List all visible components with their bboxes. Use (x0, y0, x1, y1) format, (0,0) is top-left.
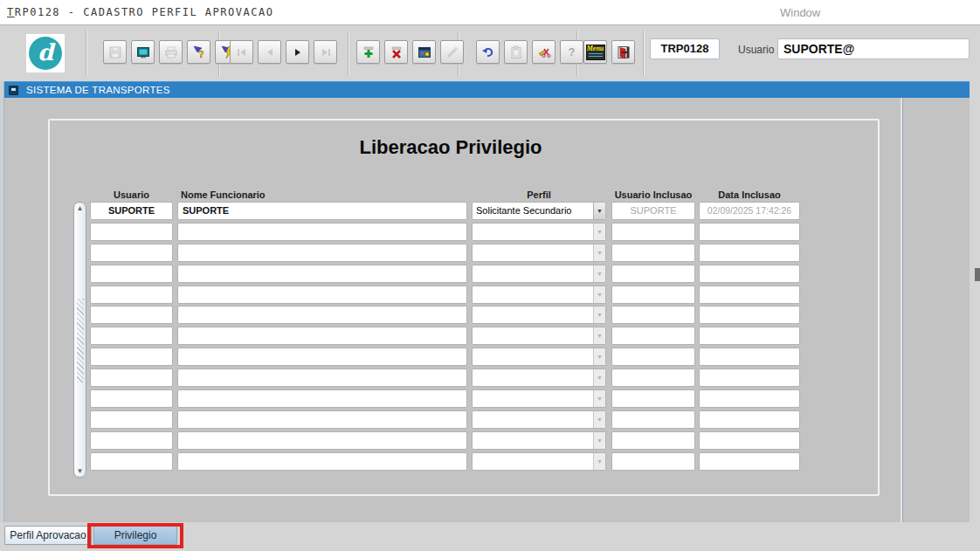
window-edge-mark (975, 268, 980, 281)
perfil-select[interactable]: ▼ (472, 389, 606, 408)
nome-funcionario-cell[interactable] (177, 368, 467, 387)
nome-funcionario-cell[interactable] (177, 348, 467, 366)
program-code-field[interactable]: TRP0128 (650, 38, 720, 59)
perfil-select[interactable]: ▼ (472, 410, 606, 429)
usuario-cell[interactable] (90, 223, 173, 241)
cut-button[interactable] (532, 40, 556, 64)
enter-query-icon: ? (192, 45, 206, 59)
chevron-down-icon[interactable]: ▼ (593, 411, 605, 428)
nome-funcionario-cell[interactable] (177, 327, 467, 345)
usuario-cell[interactable] (90, 286, 173, 304)
cut-hand-icon (537, 45, 551, 59)
grid-scrollbar[interactable]: ▲ ▼ (73, 202, 86, 478)
window-icon (9, 86, 18, 95)
screen-button[interactable] (131, 40, 155, 64)
perfil-value (473, 390, 593, 407)
paste-button[interactable] (504, 40, 528, 64)
chevron-down-icon[interactable]: ▼ (593, 369, 605, 386)
monitor-icon (136, 45, 150, 59)
user-field[interactable]: SUPORTE@ (777, 38, 970, 59)
chevron-down-icon[interactable]: ▼ (593, 265, 605, 282)
tab-privilegio[interactable]: Privilegio (93, 526, 177, 545)
usuario-inclusao-cell (611, 306, 695, 324)
perfil-select[interactable]: ▼ (472, 348, 606, 366)
save-button[interactable] (103, 40, 127, 64)
delete-record-button[interactable] (384, 40, 408, 64)
usuario-cell[interactable] (90, 244, 173, 262)
previous-record-button[interactable] (258, 40, 281, 64)
undo-button[interactable] (476, 40, 500, 64)
chevron-down-icon[interactable]: ▼ (593, 286, 605, 303)
usuario-cell[interactable]: SUPORTE (90, 202, 173, 220)
next-record-button[interactable] (286, 40, 309, 64)
chevron-down-icon[interactable]: ▼ (593, 453, 605, 470)
data-inclusao-cell (699, 368, 800, 387)
perfil-select[interactable]: ▼ (472, 431, 606, 450)
nome-funcionario-cell[interactable] (177, 265, 467, 283)
chevron-down-icon[interactable]: ▼ (593, 224, 605, 240)
printer-icon (164, 45, 178, 59)
usuario-inclusao-cell (611, 265, 695, 283)
tab-perfil-aprovacao[interactable]: Perfil Aprovacao (4, 526, 92, 545)
perfil-select[interactable]: ▼ (472, 452, 606, 471)
perfil-select[interactable]: ▼ (472, 286, 606, 304)
edit-record-button[interactable] (412, 40, 436, 64)
chevron-down-icon[interactable]: ▼ (593, 203, 605, 219)
perfil-select[interactable]: ▼ (472, 265, 606, 283)
print-button[interactable] (159, 40, 183, 64)
clear-record-button[interactable] (440, 40, 464, 64)
perfil-select[interactable]: Solicitante Secundario▼ (472, 202, 606, 220)
scrollbar-down-arrow-icon[interactable]: ▼ (74, 467, 86, 475)
usuario-cell[interactable] (90, 327, 173, 345)
perfil-select[interactable]: ▼ (472, 368, 606, 387)
nome-funcionario-cell[interactable] (177, 410, 467, 429)
perfil-select[interactable]: ▼ (472, 244, 606, 262)
table-row: ▼ (90, 348, 800, 366)
chevron-down-icon[interactable]: ▼ (593, 348, 605, 365)
chevron-down-icon[interactable]: ▼ (593, 245, 605, 261)
nome-funcionario-cell[interactable] (177, 389, 467, 408)
usuario-cell[interactable] (90, 389, 173, 408)
data-inclusao-cell (699, 452, 800, 471)
exit-button[interactable] (611, 40, 635, 64)
usuario-cell[interactable] (90, 410, 173, 429)
scrollbar-grip[interactable] (77, 299, 84, 382)
data-inclusao-cell (699, 286, 800, 304)
table-row: ▼ (90, 389, 800, 408)
chevron-down-icon[interactable]: ▼ (593, 432, 605, 449)
nome-funcionario-cell[interactable] (177, 286, 467, 304)
chevron-down-icon[interactable]: ▼ (593, 390, 605, 407)
chevron-down-icon[interactable]: ▼ (593, 327, 605, 344)
nome-funcionario-cell[interactable]: SUPORTE (177, 202, 467, 220)
usuario-cell[interactable] (90, 306, 173, 324)
last-record-button[interactable] (314, 40, 337, 64)
help-button[interactable]: ? (560, 40, 583, 64)
perfil-select[interactable]: ▼ (472, 327, 606, 345)
menu-button[interactable]: Menu (583, 40, 607, 64)
nome-funcionario-cell[interactable] (177, 244, 467, 262)
insert-record-button[interactable] (356, 40, 380, 64)
usuario-cell[interactable] (90, 368, 173, 387)
perfil-value (473, 327, 593, 344)
perfil-select[interactable]: ▼ (472, 306, 606, 324)
perfil-value (473, 306, 593, 323)
chevron-down-icon[interactable]: ▼ (593, 306, 605, 323)
window-menu[interactable]: Window (780, 6, 820, 19)
first-record-button[interactable] (230, 40, 253, 64)
scrollbar-up-arrow-icon[interactable]: ▲ (74, 204, 86, 212)
toolbar-group-edit: ? (476, 40, 583, 64)
usuario-cell[interactable] (90, 265, 173, 283)
data-inclusao-cell (699, 348, 800, 366)
nome-funcionario-cell[interactable] (177, 306, 467, 324)
nome-funcionario-cell[interactable] (177, 431, 467, 450)
usuario-cell[interactable] (90, 348, 173, 366)
perfil-select[interactable]: ▼ (472, 223, 606, 241)
insert-record-icon (362, 45, 376, 59)
logo-d-icon: d (29, 37, 62, 70)
enter-query-button[interactable]: ? (187, 40, 210, 64)
usuario-cell[interactable] (90, 452, 173, 471)
nome-funcionario-cell[interactable] (177, 223, 467, 241)
delete-record-icon (390, 45, 404, 59)
nome-funcionario-cell[interactable] (177, 452, 467, 471)
usuario-cell[interactable] (90, 431, 173, 450)
